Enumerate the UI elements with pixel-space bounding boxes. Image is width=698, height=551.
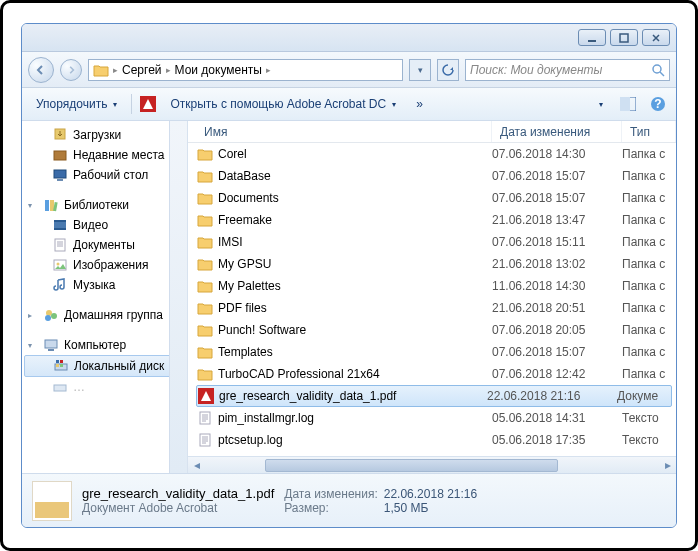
breadcrumb-segment[interactable]: Мои документы bbox=[175, 63, 262, 77]
breadcrumb-segment[interactable]: Сергей bbox=[122, 63, 162, 77]
sidebar-item-video[interactable]: Видео bbox=[22, 215, 187, 235]
sidebar-item-downloads[interactable]: Загрузки bbox=[22, 125, 187, 145]
view-button[interactable] bbox=[588, 94, 608, 114]
svg-rect-40 bbox=[200, 434, 210, 446]
svg-rect-33 bbox=[56, 360, 59, 363]
chevron-right-icon: ▸ bbox=[28, 311, 38, 320]
titlebar bbox=[22, 24, 676, 52]
sidebar-item-recent[interactable]: Недавние места bbox=[22, 145, 187, 165]
folder-icon bbox=[196, 322, 214, 338]
preview-pane-button[interactable] bbox=[618, 94, 638, 114]
toolbar-overflow[interactable]: » bbox=[410, 94, 429, 114]
details-pane: gre_research_validity_data_1.pdf Докумен… bbox=[22, 473, 676, 527]
column-date[interactable]: Дата изменения bbox=[492, 121, 622, 142]
sidebar-item-localdisk-2[interactable]: … bbox=[22, 377, 187, 397]
chevron-down-icon: ▾ bbox=[28, 341, 38, 350]
column-headers: Имя Дата изменения Тип bbox=[188, 121, 676, 143]
sidebar-group-computer[interactable]: ▾Компьютер bbox=[22, 335, 187, 355]
file-row[interactable]: IMSI07.06.2018 15:11Папка с bbox=[196, 231, 676, 253]
file-date: 07.06.2018 15:07 bbox=[492, 169, 622, 183]
forward-button[interactable] bbox=[60, 59, 82, 81]
file-name: Templates bbox=[214, 345, 492, 359]
file-list[interactable]: Corel07.06.2018 14:30Папка сDataBase07.0… bbox=[188, 143, 676, 456]
file-date: 07.06.2018 15:07 bbox=[492, 191, 622, 205]
sidebar-item-documents[interactable]: Документы bbox=[22, 235, 187, 255]
file-type: Тексто bbox=[622, 411, 676, 425]
svg-point-2 bbox=[653, 65, 661, 73]
details-size-value: 1,50 МБ bbox=[384, 501, 477, 515]
svg-point-29 bbox=[45, 315, 51, 321]
file-row[interactable]: Documents07.06.2018 15:07Папка с bbox=[196, 187, 676, 209]
svg-rect-16 bbox=[54, 170, 66, 178]
file-type: Папка с bbox=[622, 147, 676, 161]
file-row[interactable]: My Palettes11.06.2018 14:30Папка с bbox=[196, 275, 676, 297]
folder-icon bbox=[93, 62, 109, 78]
minimize-button[interactable] bbox=[578, 29, 606, 46]
file-row[interactable]: Punch! Software07.06.2018 20:05Папка с bbox=[196, 319, 676, 341]
svg-rect-35 bbox=[56, 364, 59, 367]
file-type: Папка с bbox=[622, 169, 676, 183]
file-type: Папка с bbox=[622, 279, 676, 293]
file-row[interactable]: gre_research_validity_data_1.pdf22.06.20… bbox=[196, 385, 672, 407]
svg-rect-36 bbox=[60, 364, 63, 367]
file-row[interactable]: DataBase07.06.2018 15:07Папка с bbox=[196, 165, 676, 187]
folder-icon bbox=[196, 146, 214, 162]
organize-button[interactable]: Упорядочить bbox=[30, 94, 123, 114]
file-row[interactable]: Templates07.06.2018 15:07Папка с bbox=[196, 341, 676, 363]
file-name: gre_research_validity_data_1.pdf bbox=[215, 389, 487, 403]
address-dropdown[interactable]: ▾ bbox=[409, 59, 431, 81]
file-row[interactable]: Corel07.06.2018 14:30Папка с bbox=[196, 143, 676, 165]
file-row[interactable]: Freemake21.06.2018 13:47Папка с bbox=[196, 209, 676, 231]
file-row[interactable]: TurboCAD Professional 21x6407.06.2018 12… bbox=[196, 363, 676, 385]
file-row[interactable]: pim_installmgr.log05.06.2018 14:31Тексто bbox=[196, 407, 676, 429]
close-button[interactable] bbox=[642, 29, 670, 46]
svg-text:?: ? bbox=[654, 97, 661, 111]
adobe-icon bbox=[140, 96, 156, 112]
maximize-button[interactable] bbox=[610, 29, 638, 46]
help-button[interactable]: ? bbox=[648, 94, 668, 114]
details-filename: gre_research_validity_data_1.pdf bbox=[82, 486, 274, 501]
svg-rect-17 bbox=[57, 179, 63, 181]
folder-icon bbox=[196, 212, 214, 228]
svg-rect-11 bbox=[620, 97, 630, 111]
sidebar-group-homegroup[interactable]: ▸Домашняя группа bbox=[22, 305, 187, 325]
svg-rect-34 bbox=[60, 360, 63, 363]
file-name: pim_installmgr.log bbox=[214, 411, 492, 425]
sidebar-item-desktop[interactable]: Рабочий стол bbox=[22, 165, 187, 185]
chevron-down-icon: ▾ bbox=[28, 201, 38, 210]
sidebar-group-libraries[interactable]: ▾Библиотеки bbox=[22, 195, 187, 215]
details-size-label: Размер: bbox=[284, 501, 378, 515]
svg-point-26 bbox=[57, 263, 60, 266]
file-date: 21.06.2018 20:51 bbox=[492, 301, 622, 315]
horizontal-scrollbar[interactable]: ◂▸ bbox=[188, 456, 676, 473]
folder-icon bbox=[196, 278, 214, 294]
file-row[interactable]: My GPSU21.06.2018 13:02Папка с bbox=[196, 253, 676, 275]
address-bar[interactable]: ▸ Сергей ▸ Мои документы ▸ bbox=[88, 59, 403, 81]
svg-rect-39 bbox=[200, 412, 210, 424]
file-date: 07.06.2018 15:07 bbox=[492, 345, 622, 359]
file-row[interactable]: ptcsetup.log05.06.2018 17:35Тексто bbox=[196, 429, 676, 451]
folder-icon bbox=[196, 366, 214, 382]
file-row[interactable]: PDF files21.06.2018 20:51Папка с bbox=[196, 297, 676, 319]
file-name: Freemake bbox=[214, 213, 492, 227]
search-icon bbox=[651, 63, 665, 77]
folder-icon bbox=[196, 344, 214, 360]
file-type: Папка с bbox=[622, 191, 676, 205]
scrollbar-thumb[interactable] bbox=[265, 459, 558, 472]
file-date: 05.06.2018 14:31 bbox=[492, 411, 622, 425]
back-button[interactable] bbox=[28, 57, 54, 83]
toolbar: Упорядочить Открыть с помощью Adobe Acro… bbox=[22, 88, 676, 121]
search-input[interactable]: Поиск: Мои документы bbox=[465, 59, 670, 81]
column-type[interactable]: Тип bbox=[622, 121, 676, 142]
sidebar-item-localdisk[interactable]: Локальный диск bbox=[24, 355, 185, 377]
navigation-sidebar: Загрузки Недавние места Рабочий стол ▾Би… bbox=[22, 121, 188, 473]
svg-rect-22 bbox=[54, 220, 66, 222]
file-type: Папка с bbox=[622, 345, 676, 359]
sidebar-item-music[interactable]: Музыка bbox=[22, 275, 187, 295]
open-with-button[interactable]: Открыть с помощью Adobe Acrobat DC bbox=[164, 94, 402, 114]
column-name[interactable]: Имя bbox=[196, 121, 492, 142]
refresh-button[interactable] bbox=[437, 59, 459, 81]
file-type: Папка с bbox=[622, 257, 676, 271]
svg-rect-31 bbox=[48, 349, 54, 351]
sidebar-item-pictures[interactable]: Изображения bbox=[22, 255, 187, 275]
